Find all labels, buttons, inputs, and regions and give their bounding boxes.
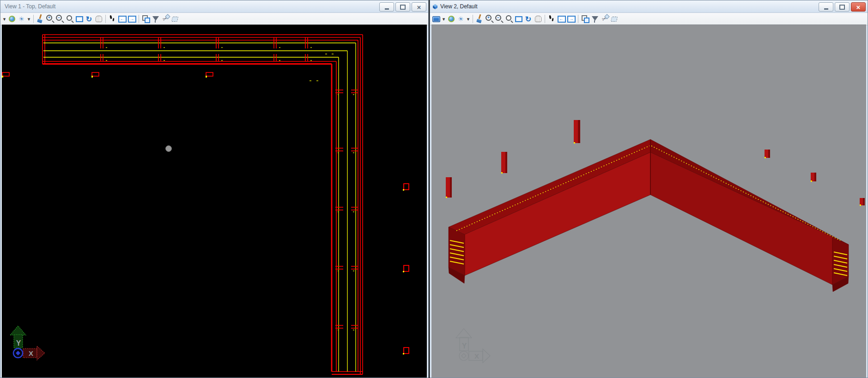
- toolbar-separator: [473, 15, 473, 23]
- axis-x-label: X: [29, 349, 33, 357]
- clip-volume-settings-icon[interactable]: [170, 14, 180, 24]
- view-previous-icon[interactable]: [117, 14, 127, 24]
- pan-view-icon[interactable]: [94, 14, 103, 24]
- view1-titlebar[interactable]: View 1 - Top, Default: [0, 0, 428, 13]
- caret-down-icon[interactable]: [2, 14, 7, 24]
- view-attributes-icon[interactable]: [7, 14, 17, 24]
- svg-text:X: X: [474, 352, 479, 360]
- caret-down-icon[interactable]: [26, 14, 31, 24]
- view1-title: View 1 - Top, Default: [5, 3, 55, 10]
- display-style-icon[interactable]: [456, 14, 466, 24]
- iso-view-drawing: Y X: [431, 25, 866, 378]
- minimize-button[interactable]: [379, 2, 394, 12]
- fit-view-icon[interactable]: [74, 14, 84, 24]
- view-display-mode-icon[interactable]: [431, 14, 441, 24]
- window-area-icon[interactable]: [504, 14, 514, 24]
- caret-down-icon[interactable]: [466, 14, 471, 24]
- toolbar-separator: [578, 15, 578, 23]
- clip-volume-icon[interactable]: [151, 14, 160, 24]
- view2-canvas[interactable]: Y X: [431, 24, 866, 378]
- view1-window: View 1 - Top, Default: [0, 0, 429, 378]
- copy-view-icon[interactable]: [580, 14, 590, 24]
- caret-down-icon[interactable]: [441, 14, 446, 24]
- view2-title: View 2, Default: [440, 3, 478, 10]
- zoom-out-icon[interactable]: [494, 14, 504, 24]
- beam-outline-yellow: [43, 43, 356, 372]
- update-view-icon[interactable]: [36, 14, 45, 24]
- toolbar-separator: [33, 15, 34, 23]
- clip-mask-icon[interactable]: [600, 14, 609, 24]
- clip-volume-settings-icon[interactable]: [609, 14, 619, 24]
- toolbar-separator: [545, 15, 545, 23]
- view-previous-icon[interactable]: [557, 14, 566, 24]
- rotate-view-icon[interactable]: [84, 14, 94, 24]
- cursor-snap-dot: [166, 146, 172, 152]
- window-area-icon[interactable]: [65, 14, 74, 24]
- connector-markers: [2, 54, 409, 354]
- pan-view-icon[interactable]: [533, 14, 543, 24]
- walk-icon[interactable]: [547, 14, 557, 24]
- view-cube-icon: [432, 4, 438, 10]
- zoom-in-icon[interactable]: [45, 14, 55, 24]
- update-view-icon[interactable]: [475, 14, 485, 24]
- rotate-view-icon[interactable]: [523, 14, 533, 24]
- view2-toolbar: [430, 13, 868, 25]
- view-next-icon[interactable]: [566, 14, 576, 24]
- view1-toolbar: [0, 13, 428, 25]
- zoom-out-icon[interactable]: [55, 14, 65, 24]
- close-button[interactable]: [412, 2, 426, 12]
- display-style-icon[interactable]: [17, 14, 26, 24]
- svg-text:Y: Y: [462, 342, 467, 350]
- clip-volume-icon[interactable]: [590, 14, 600, 24]
- copy-view-icon[interactable]: [141, 14, 151, 24]
- maximize-button[interactable]: [835, 2, 850, 12]
- view-next-icon[interactable]: [127, 14, 137, 24]
- toolbar-separator: [139, 15, 139, 23]
- fit-view-icon[interactable]: [514, 14, 523, 24]
- view2-window: View 2, Default: [430, 0, 868, 378]
- axis-y-label: Y: [16, 339, 21, 347]
- stud-marks: [101, 37, 358, 330]
- view1-canvas[interactable]: Y X: [2, 24, 427, 378]
- close-button[interactable]: [851, 2, 866, 12]
- beam-outline-red: [42, 35, 363, 374]
- top-view-drawing: Y X: [2, 25, 427, 378]
- view2-titlebar[interactable]: View 2, Default: [430, 0, 868, 13]
- toolbar-separator: [105, 15, 106, 23]
- view-attributes-icon[interactable]: [446, 14, 456, 24]
- clip-mask-icon[interactable]: [160, 14, 170, 24]
- zoom-in-icon[interactable]: [485, 14, 494, 24]
- walk-icon[interactable]: [108, 14, 117, 24]
- minimize-button[interactable]: [819, 2, 833, 12]
- maximize-button[interactable]: [395, 2, 410, 12]
- view1-axis-triad: Y X: [10, 326, 45, 360]
